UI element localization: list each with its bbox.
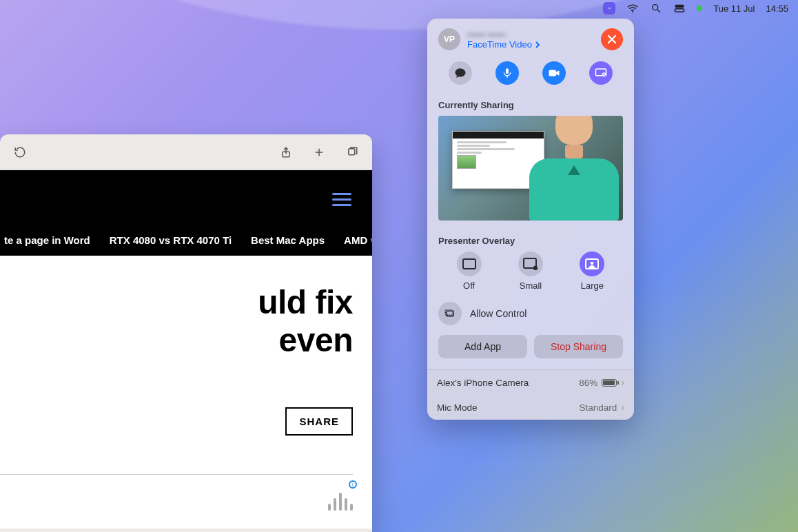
svg-line-4 [657,10,660,12]
screenshare-menu-icon[interactable] [603,2,615,14]
tag-link[interactable]: te a page in Word [4,234,90,246]
presenter-overlay-label: Presenter Overlay [427,233,634,252]
menubar-time[interactable]: 14:55 [766,3,788,14]
svg-point-2 [632,11,633,12]
messages-button[interactable] [449,61,472,85]
rect-large-head-icon [585,258,599,269]
rect-small-head-icon [523,258,538,270]
video-camera-icon [548,67,560,79]
site-header [0,170,372,229]
safari-window: te a page in Word RTX 4080 vs RTX 4070 T… [0,134,372,532]
currently-sharing-label: Currently Sharing [427,97,634,116]
status-dot-icon [697,6,702,11]
safari-toolbar [0,134,372,170]
battery-icon [602,379,617,387]
control-center-icon[interactable] [673,2,686,14]
battery-percent: 86% [579,378,597,388]
overlay-large-label: Large [581,280,604,291]
site-tagbar: te a page in Word RTX 4080 vs RTX 4070 T… [0,229,372,256]
chevron-right-icon [535,41,540,48]
svg-point-15 [604,73,605,74]
mic-mode-row[interactable]: Mic Mode Standard › [427,395,634,420]
audio-indicator-icon[interactable]: i [328,493,353,511]
screenshare-button[interactable] [589,61,613,85]
chat-bubble-icon [454,67,467,79]
info-icon[interactable]: i [349,480,357,489]
menubar: Tue 11 Jul 14:55 [0,0,798,17]
close-button[interactable] [601,28,623,50]
presenter-silhouette [529,116,619,221]
mute-button[interactable] [495,61,519,85]
chevron-right-icon: › [621,377,624,388]
camera-source-label: Alex's iPhone Camera [437,378,529,388]
share-preview[interactable] [438,116,623,221]
avatar[interactable]: VP [438,28,460,50]
stop-sharing-button[interactable]: Stop Sharing [534,335,623,358]
presenter-overlay-options: Off Small Large [427,252,634,295]
allow-control-row[interactable]: Allow Control [427,295,634,335]
camera-source-row[interactable]: Alex's iPhone Camera 86% › [427,370,634,395]
article-headline: uld fix even [0,283,353,359]
tag-link[interactable]: RTX 4080 vs RTX 4070 Ti [110,234,232,246]
svg-point-1 [610,8,611,9]
menubar-date[interactable]: Tue 11 Jul [713,3,755,14]
svg-rect-10 [349,148,355,154]
overlay-off-label: Off [463,280,475,291]
contact-name: —— —— [467,29,594,39]
svg-rect-5 [675,5,684,8]
svg-point-20 [591,262,594,265]
overlay-off-option[interactable]: Off [457,252,482,291]
share-button[interactable] [276,142,296,163]
wifi-icon[interactable] [626,2,639,14]
screenshare-icon [595,67,607,79]
allow-control-icon [438,302,462,325]
reload-button[interactable] [10,142,30,163]
svg-point-3 [653,5,658,10]
hamburger-menu-icon[interactable] [332,193,351,206]
microphone-icon [502,68,513,79]
facetime-panel: VP —— —— FaceTime Video Currently Sharin… [427,19,634,420]
panel-bottom: Alex's iPhone Camera 86% › Mic Mode Stan… [427,369,634,420]
rect-icon [462,258,476,269]
tag-link[interactable]: AMD vs In [344,234,372,246]
tab-overview-button[interactable] [342,142,362,163]
svg-rect-6 [675,9,684,12]
panel-header: VP —— —— FaceTime Video [427,19,634,54]
mic-mode-value: Standard [580,402,617,413]
svg-rect-12 [549,70,557,76]
allow-control-label: Allow Control [470,308,526,319]
new-tab-button[interactable] [309,142,329,163]
spotlight-search-icon[interactable] [650,2,662,14]
panel-action-row [427,54,634,97]
overlay-large-option[interactable]: Large [580,252,604,291]
article-content: uld fix even SHARE i [0,256,372,529]
camera-button[interactable] [542,61,566,85]
svg-point-18 [533,266,538,270]
mic-mode-label: Mic Mode [437,402,478,413]
close-icon [607,34,617,44]
chevron-right-icon: › [621,402,624,413]
tag-link[interactable]: Best Mac Apps [251,234,325,246]
overlay-small-label: Small [520,280,542,291]
svg-rect-16 [463,259,475,269]
facetime-subtitle[interactable]: FaceTime Video [467,39,594,50]
panel-buttons-row: Add App Stop Sharing [427,335,634,369]
svg-rect-11 [506,68,509,74]
overlay-small-option[interactable]: Small [518,252,543,291]
article-share-button[interactable]: SHARE [285,407,353,436]
add-app-button[interactable]: Add App [438,335,527,358]
